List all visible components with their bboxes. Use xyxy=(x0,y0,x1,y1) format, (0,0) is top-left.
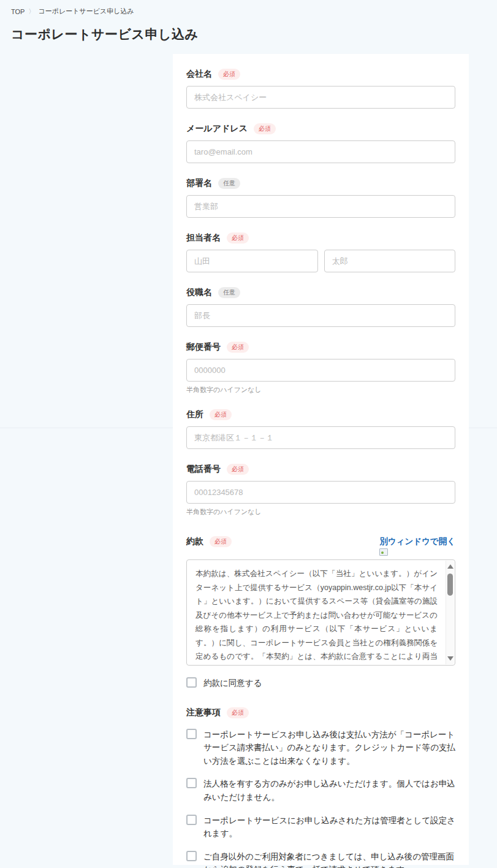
terms-scrollbar[interactable] xyxy=(446,561,454,664)
contact-name-field-group: 担当者名 必須 xyxy=(186,232,455,272)
phone-field-group: 電話番号 必須 半角数字のハイフンなし xyxy=(186,464,455,517)
external-window-icon xyxy=(379,548,388,556)
note-item: 法人格を有する方のみがお申し込みいただけます。個人ではお申込みいただけません。 xyxy=(186,777,455,804)
postal-code-field-group: 郵便番号 必須 半角数字のハイフンなし xyxy=(186,342,455,394)
company-field-group: 会社名 必須 xyxy=(186,69,455,109)
required-badge: 必須 xyxy=(227,342,249,353)
required-badge: 必須 xyxy=(227,464,249,475)
address-label: 住所 xyxy=(186,409,203,420)
agree-terms-row: 約款に同意する xyxy=(186,677,455,690)
note-item: コーポレートサービスにお申し込みされた方は管理者として設定されます。 xyxy=(186,814,455,840)
email-label: メールアドレス xyxy=(186,123,248,134)
note-item: コーポレートサービスお申し込み後は支払い方法が「コーポレートサービス請求書払い」… xyxy=(186,728,455,768)
terms-label: 約款 xyxy=(186,536,203,547)
note-item: ご自身以外のご利用対象者につきましては、申し込み後の管理画面から追加の登録を行う… xyxy=(186,850,455,868)
note-checkbox-payment[interactable] xyxy=(186,729,197,739)
note-checkbox-admin[interactable] xyxy=(186,815,197,825)
phone-note: 半角数字のハイフンなし xyxy=(186,507,455,517)
optional-badge: 任意 xyxy=(218,287,240,298)
scroll-up-arrow-icon[interactable] xyxy=(447,564,453,569)
postal-code-input[interactable] xyxy=(186,359,455,382)
agree-terms-label[interactable]: 約款に同意する xyxy=(203,677,262,690)
scrollbar-thumb[interactable] xyxy=(447,574,453,596)
phone-input[interactable] xyxy=(186,481,455,504)
breadcrumb: TOP 〉 コーポレートサービス申し込み xyxy=(11,7,134,16)
required-badge: 必須 xyxy=(254,123,276,134)
breadcrumb-current: コーポレートサービス申し込み xyxy=(38,7,134,16)
page: TOP 〉 コーポレートサービス申し込み コーポレートサービス申し込み 会社名 … xyxy=(0,0,497,868)
note-label-corporate-only[interactable]: 法人格を有する方のみがお申し込みいただけます。個人ではお申込みいただけません。 xyxy=(203,777,455,804)
company-label: 会社名 xyxy=(186,69,212,80)
agree-terms-checkbox[interactable] xyxy=(186,677,197,688)
note-checkbox-corporate-only[interactable] xyxy=(186,778,197,788)
email-input[interactable] xyxy=(186,140,455,163)
terms-text-box[interactable]: 本約款は、株式会社スペイシー（以下「当社」といいます。）がインターネット上で提供… xyxy=(186,559,455,666)
note-label-payment[interactable]: コーポレートサービスお申し込み後は支払い方法が「コーポレートサービス請求書払い」… xyxy=(203,728,455,768)
breadcrumb-separator-icon: 〉 xyxy=(28,7,34,16)
contact-first-name-input[interactable] xyxy=(324,250,456,272)
terms-field-group: 約款 必須 別ウィンドウで開く 本約款は、株式会社スペイシー（以下「当社」といい… xyxy=(186,536,455,690)
job-title-input[interactable] xyxy=(186,304,455,327)
note-label-additional-users[interactable]: ご自身以外のご利用対象者につきましては、申し込み後の管理画面から追加の登録を行う… xyxy=(203,850,455,868)
application-form-card: 会社名 必須 メールアドレス 必須 部署名 任意 担当者名 必須 xyxy=(173,54,469,865)
job-title-label: 役職名 xyxy=(186,287,212,298)
required-badge: 必須 xyxy=(227,707,249,718)
required-badge: 必須 xyxy=(210,536,232,547)
contact-last-name-input[interactable] xyxy=(186,250,318,272)
notes-label: 注意事項 xyxy=(186,707,221,718)
contact-name-label: 担当者名 xyxy=(186,232,221,244)
note-label-admin[interactable]: コーポレートサービスにお申し込みされた方は管理者として設定されます。 xyxy=(203,814,455,840)
postal-code-label: 郵便番号 xyxy=(186,342,221,353)
required-badge: 必須 xyxy=(227,232,249,244)
breadcrumb-home-link[interactable]: TOP xyxy=(11,8,25,15)
page-title: コーポレートサービス申し込み xyxy=(11,26,198,43)
email-field-group: メールアドレス 必須 xyxy=(186,123,455,163)
notes-section: 注意事項 必須 コーポレートサービスお申し込み後は支払い方法が「コーポレートサー… xyxy=(186,707,455,868)
postal-code-note: 半角数字のハイフンなし xyxy=(186,385,455,394)
department-field-group: 部署名 任意 xyxy=(186,178,455,218)
company-input[interactable] xyxy=(186,86,455,109)
department-label: 部署名 xyxy=(186,178,212,189)
optional-badge: 任意 xyxy=(218,178,240,189)
required-badge: 必須 xyxy=(210,409,232,420)
terms-body-text: 本約款は、株式会社スペイシー（以下「当社」といいます。）がインターネット上で提供… xyxy=(195,569,438,666)
open-terms-new-window-link[interactable]: 別ウィンドウで開く xyxy=(379,536,455,547)
note-checkbox-additional-users[interactable] xyxy=(186,851,197,861)
phone-label: 電話番号 xyxy=(186,464,221,475)
scroll-down-arrow-icon[interactable] xyxy=(447,656,453,661)
job-title-field-group: 役職名 任意 xyxy=(186,287,455,327)
required-badge: 必須 xyxy=(218,69,240,80)
address-field-group: 住所 必須 xyxy=(186,409,455,449)
address-input[interactable] xyxy=(186,426,455,449)
department-input[interactable] xyxy=(186,195,455,218)
